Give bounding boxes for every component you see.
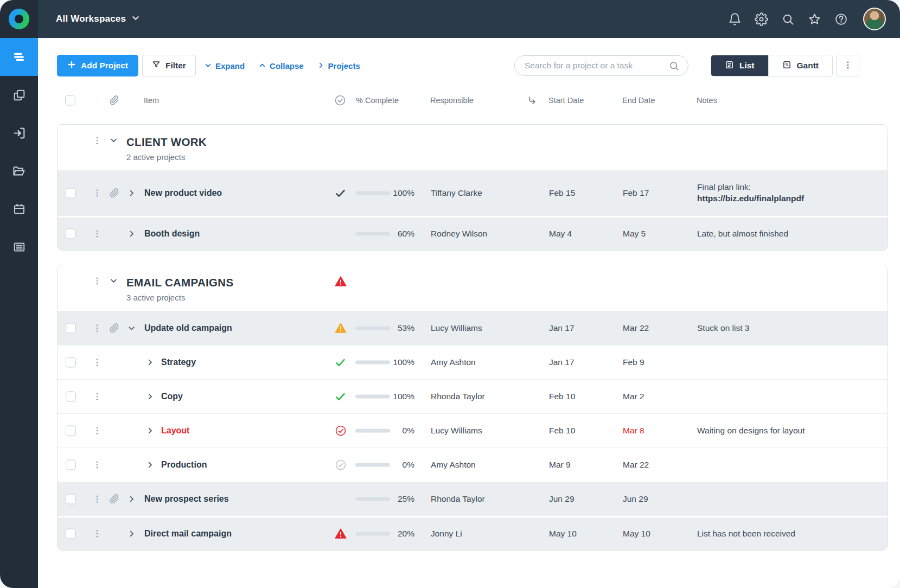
bell-icon[interactable]: [728, 12, 742, 26]
column-end-date[interactable]: End Date: [622, 96, 655, 105]
status-check-green-icon: [335, 391, 346, 402]
filter-label: Filter: [165, 61, 186, 71]
expand-label: Expand: [215, 61, 245, 71]
row-title[interactable]: Production: [161, 460, 207, 470]
row-checkbox[interactable]: [66, 323, 76, 333]
column-start-date[interactable]: Start Date: [548, 96, 584, 105]
project-group-card: EMAIL CAMPAIGNS3 active projectsUpdate o…: [57, 265, 888, 551]
star-icon[interactable]: [808, 12, 821, 26]
table-header: Item % Complete Responsible Start Date E…: [57, 87, 888, 113]
list-view-label: List: [739, 61, 755, 71]
row-chevron-right-icon[interactable]: [146, 359, 154, 367]
row-menu-button[interactable]: [92, 357, 102, 367]
row-menu-button[interactable]: [92, 323, 102, 333]
project-group-card: CLIENT WORK2 active projectsNew product …: [57, 124, 888, 251]
gear-icon[interactable]: [755, 12, 768, 26]
row-menu-button[interactable]: [92, 529, 102, 539]
row-checkbox[interactable]: [66, 188, 76, 199]
group-collapse-chevron-down-icon[interactable]: [110, 277, 118, 285]
row-chevron-right-icon[interactable]: [127, 495, 136, 503]
row-checkbox[interactable]: [66, 529, 76, 539]
sidebar-item-calendar[interactable]: [0, 190, 38, 228]
row-checkbox[interactable]: [66, 426, 76, 436]
chevron-up-icon: [259, 61, 266, 71]
row-title[interactable]: Copy: [161, 392, 183, 401]
table-row: Strategy100%Amy AshtonJan 17Feb 9: [58, 345, 888, 379]
row-menu-button[interactable]: [92, 392, 102, 401]
filter-button[interactable]: Filter: [142, 55, 196, 76]
column-responsible[interactable]: Responsible: [430, 96, 474, 105]
start-date-cell: May 10: [549, 529, 577, 539]
more-options-button[interactable]: [837, 55, 859, 76]
percent-complete-value: 0%: [374, 460, 414, 470]
row-checkbox[interactable]: [66, 392, 76, 402]
row-menu-button[interactable]: [92, 188, 102, 198]
start-date-cell: May 4: [549, 229, 572, 239]
group-collapse-chevron-down-icon[interactable]: [110, 136, 118, 144]
column-percent-complete[interactable]: % Complete: [356, 96, 399, 105]
notes-cell: List has not been received: [697, 528, 884, 540]
add-project-button[interactable]: Add Project: [57, 55, 138, 76]
indent-arrow-icon: [527, 95, 538, 106]
row-checkbox[interactable]: [66, 494, 76, 504]
table-row: Booth design60%Rodney WilsonMay 4May 5La…: [58, 216, 888, 250]
workspace-selector[interactable]: All Workspaces: [56, 14, 140, 24]
row-chevron-right-icon[interactable]: [127, 530, 136, 538]
start-date-cell: Feb 10: [549, 392, 575, 401]
user-avatar[interactable]: [863, 8, 886, 30]
percent-complete-value: 20%: [374, 529, 414, 539]
row-chevron-down-icon[interactable]: [127, 324, 136, 332]
collapse-link[interactable]: Collapse: [259, 61, 304, 71]
search-icon[interactable]: [668, 60, 680, 72]
project-list-icon: [12, 50, 26, 64]
check-circle-icon: [334, 94, 346, 106]
responsible-cell: Rodney Wilson: [431, 229, 487, 239]
row-menu-button[interactable]: [92, 229, 102, 239]
group-title: EMAIL CAMPAIGNS: [126, 276, 233, 289]
row-checkbox[interactable]: [66, 460, 76, 470]
column-notes[interactable]: Notes: [697, 96, 717, 105]
sidebar-item-table-list[interactable]: [0, 228, 38, 266]
group-title: CLIENT WORK: [126, 136, 207, 149]
select-all-checkbox[interactable]: [65, 95, 75, 106]
responsible-cell: Lucy Williams: [431, 426, 482, 436]
notes-cell: Stuck on list 3: [697, 322, 884, 334]
row-menu-button[interactable]: [92, 494, 102, 504]
row-title[interactable]: Direct mail campaign: [144, 529, 232, 539]
paperclip-icon: [109, 188, 119, 199]
search-input[interactable]: [525, 61, 668, 71]
row-menu-button[interactable]: [92, 426, 102, 436]
row-title[interactable]: Update old campaign: [144, 323, 232, 333]
row-title[interactable]: Strategy: [161, 357, 196, 367]
group-menu-button[interactable]: [92, 276, 102, 286]
percent-complete-value: 25%: [374, 494, 414, 504]
row-chevron-right-icon[interactable]: [127, 189, 136, 197]
group-header: EMAIL CAMPAIGNS3 active projects: [58, 265, 888, 311]
row-checkbox[interactable]: [66, 357, 76, 368]
projects-link[interactable]: Projects: [317, 61, 360, 71]
help-icon[interactable]: [834, 12, 848, 26]
row-chevron-right-icon[interactable]: [146, 461, 154, 469]
sidebar-item-log-in[interactable]: [0, 114, 38, 152]
sidebar-item-pages[interactable]: [0, 76, 38, 114]
row-title[interactable]: New prospect series: [144, 494, 229, 504]
column-item[interactable]: Item: [144, 96, 159, 105]
expand-link[interactable]: Expand: [205, 61, 245, 71]
search-icon[interactable]: [781, 12, 795, 26]
view-toggle: List Gantt: [711, 55, 833, 76]
row-title[interactable]: New product video: [144, 188, 222, 198]
row-title[interactable]: Booth design: [144, 229, 200, 239]
app-logo-icon[interactable]: [9, 9, 29, 29]
row-menu-button[interactable]: [92, 460, 102, 470]
sidebar-item-project-list[interactable]: [0, 38, 38, 76]
row-checkbox[interactable]: [66, 229, 76, 239]
end-date-cell: Feb 17: [623, 188, 649, 198]
sidebar-item-folder-open[interactable]: [0, 152, 38, 190]
row-chevron-right-icon[interactable]: [146, 427, 154, 435]
row-title[interactable]: Layout: [161, 426, 189, 436]
group-menu-button[interactable]: [92, 136, 102, 145]
row-chevron-right-icon[interactable]: [127, 230, 136, 238]
gantt-view-button[interactable]: Gantt: [768, 55, 832, 76]
row-chevron-right-icon[interactable]: [146, 393, 154, 401]
list-view-button[interactable]: List: [711, 55, 768, 76]
